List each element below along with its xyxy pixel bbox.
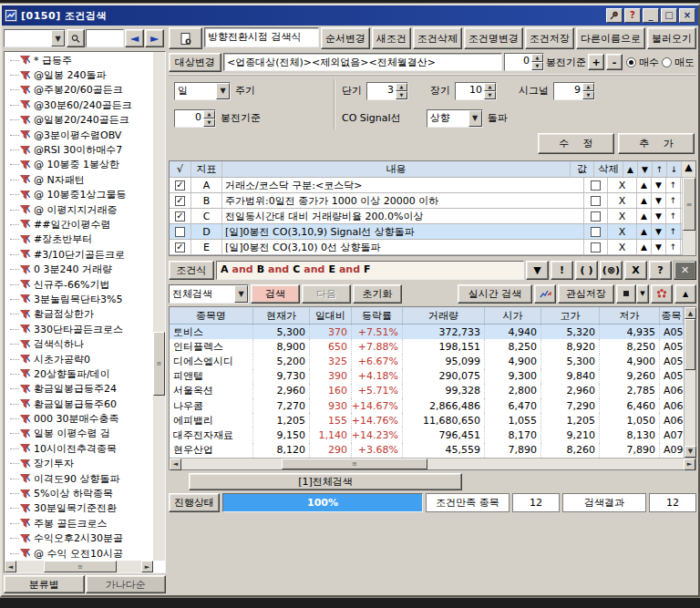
save-as-button[interactable]: 다른이름으로 — [576, 27, 645, 49]
scroll-right-icon[interactable]: ► — [141, 561, 153, 572]
period-combo[interactable]: 일▼ — [174, 82, 231, 100]
sort-down-icon[interactable]: ▼ — [652, 209, 666, 223]
chevron-down-icon[interactable]: ▼ — [468, 110, 482, 127]
load-button[interactable]: 불러오기 — [647, 27, 696, 49]
back-arrow-button[interactable]: ◄ — [125, 29, 144, 47]
condition-row[interactable]: ✓B주가범위:0일전 종가가 1000 이상 20000 이하X▲▼↑↓ — [170, 193, 695, 209]
delete-x-button[interactable]: X — [608, 240, 637, 254]
direction-combo[interactable]: 상향▼ — [427, 109, 483, 128]
tree-item[interactable]: @ N자패턴 — [5, 172, 153, 187]
move-up-icon[interactable]: ↑ — [666, 193, 681, 208]
tree-item[interactable]: #3/10단기골든크로 — [5, 247, 153, 262]
tree-item[interactable]: 시초가공략0 — [5, 352, 153, 366]
sidebar-combo[interactable]: ▼ — [4, 29, 66, 47]
cell-check[interactable]: ✓ — [170, 240, 191, 254]
bar-basis-spinner[interactable]: 0 ▲▼ — [504, 53, 544, 71]
chevron-down-icon[interactable]: ▼ — [216, 83, 230, 99]
results-header[interactable]: 종목 — [660, 307, 684, 324]
minus-button[interactable]: - — [606, 54, 623, 70]
results-header[interactable]: 일대비 — [310, 307, 352, 324]
delete-condition-button[interactable]: 조건삭제 — [413, 27, 462, 49]
view-split-button[interactable]: ▼ — [616, 284, 649, 304]
sort-down-icon[interactable]: ▼ — [652, 193, 666, 208]
scroll-down-icon[interactable]: ▼ — [685, 446, 696, 458]
tree-item[interactable]: * 급등주 — [5, 53, 153, 67]
favorite-save-button[interactable]: 관심저장 — [558, 284, 614, 304]
results-vertical-scrollbar[interactable]: ▲ ▼ — [684, 307, 695, 458]
tree-item[interactable]: 수익오후2시30분골 — [5, 531, 153, 546]
result-row[interactable]: 토비스5,300370+7.51%372,7334,9405,3204,935A… — [170, 325, 684, 339]
result-row[interactable]: 대주전자재료9,1501,140+14.23%796,4518,1709,210… — [170, 428, 684, 442]
tree-item[interactable]: 황금일봉급등주60 — [5, 397, 153, 411]
value-checkbox[interactable] — [591, 227, 601, 237]
result-row[interactable]: 현우산업8,120290+3.68%45,5597,8908,2607,890A… — [170, 443, 684, 458]
pin-button[interactable] — [606, 8, 623, 23]
tree-item[interactable]: 황금일봉급등주24 — [5, 382, 153, 397]
result-row[interactable]: 나우콤7,270930+14.67%2,866,4866,4707,2906,4… — [170, 398, 684, 413]
sell-radio[interactable] — [662, 57, 672, 67]
tree-item[interactable]: @ 10봉중 1봉상한 — [5, 158, 153, 172]
condition-checkbox[interactable]: ✓ — [175, 180, 185, 191]
reorder-button[interactable]: 순서변경 — [321, 27, 370, 49]
condition-row[interactable]: ✓A거래소/코스닥 구분:<코스닥>X▲▼↑↓ — [170, 178, 695, 193]
spin-down-icon[interactable]: ▼ — [203, 119, 215, 127]
cell-value[interactable] — [584, 178, 608, 192]
formula-delete-button[interactable]: X — [624, 261, 647, 280]
delete-x-button[interactable]: X — [608, 193, 637, 208]
sidebar-search-input[interactable] — [86, 29, 124, 47]
results-header[interactable]: 시가 — [485, 307, 541, 324]
add-button[interactable]: 추 가 — [618, 133, 695, 154]
search-icon-button[interactable] — [67, 29, 85, 47]
bar-offset-spinner[interactable]: 0 ▲▼ — [174, 109, 216, 128]
scroll-up-icon[interactable]: ▲ — [685, 307, 696, 319]
value-checkbox[interactable] — [591, 211, 601, 222]
tree-item[interactable]: 10시이전추격종목 — [5, 441, 153, 456]
plus-button[interactable]: + — [588, 54, 604, 70]
tree-item[interactable]: @일봉 240돌파 — [5, 67, 153, 82]
signal-spinner[interactable]: 9▲▼ — [553, 82, 595, 100]
value-checkbox[interactable] — [591, 196, 601, 206]
cell-check[interactable] — [170, 224, 191, 239]
forward-arrow-button[interactable]: ► — [145, 29, 164, 47]
cell-check[interactable]: ✓ — [170, 193, 191, 208]
result-row[interactable]: 디에스엘시디5,200325+6.67%95,0994,9005,3004,90… — [170, 354, 684, 368]
buy-radio[interactable] — [626, 57, 636, 67]
results-horizontal-scrollbar[interactable]: ◄ ≡ ► — [170, 458, 695, 469]
formula-clear-button[interactable]: ✕ — [674, 261, 696, 280]
tree-item[interactable]: @3분이평수렴OBV — [5, 128, 153, 142]
tree-item[interactable]: 000 30분매수충족 — [5, 411, 153, 426]
tree-item[interactable]: 30분일목기준전환 — [5, 501, 153, 516]
condition-row[interactable]: ✓E[일]0봉전 CO(3,10) 0선 상향돌파X▲▼↑↓ — [170, 240, 695, 255]
reset-button[interactable]: 초기화 — [353, 284, 402, 304]
tree-item[interactable]: 20상향돌파/데이 — [5, 366, 153, 381]
new-condition-button[interactable]: 새조건 — [372, 27, 411, 49]
sort-down-icon[interactable]: ▼ — [652, 178, 666, 192]
tree-item[interactable]: 일봉 이평수렴 검 — [5, 427, 153, 441]
formula-paren-button[interactable]: ( ) — [575, 261, 598, 280]
tree-item[interactable]: @RSI 30이하매수7 — [5, 142, 153, 157]
tree-item[interactable]: @ 이평지지거래증 — [5, 202, 153, 217]
spin-down-icon[interactable]: ▼ — [531, 62, 543, 70]
formula-not-button[interactable]: ! — [551, 261, 573, 280]
sort-up-icon[interactable]: ▲ — [637, 240, 652, 254]
condition-row[interactable]: ✓C전일동시간대 대비 거래량비율 200.0%이상X▲▼↑↓ — [170, 209, 695, 224]
condition-doc-button[interactable] — [169, 27, 202, 49]
formula-help-button[interactable]: ? — [649, 261, 672, 280]
move-up-icon[interactable]: ↑ — [666, 240, 681, 254]
condition-checkbox[interactable]: ✓ — [175, 196, 185, 206]
sort-down-icon[interactable]: ▼ — [652, 240, 666, 254]
modify-button[interactable]: 수 정 — [538, 133, 614, 154]
realtime-search-button[interactable]: 실시간 검색 — [458, 284, 532, 304]
help-button[interactable]: ? — [624, 8, 641, 23]
results-header[interactable]: 저가 — [600, 307, 660, 324]
tree-item[interactable]: 황금점상한가 — [5, 307, 153, 322]
scroll-right-icon[interactable]: ► — [684, 459, 695, 470]
target-scope-field[interactable]: <업종대상(전체)><제외없음><전체월결산> — [223, 53, 502, 71]
tree-item[interactable]: 검색식하나 — [5, 336, 153, 351]
cell-value[interactable] — [584, 193, 608, 208]
spin-up-icon[interactable]: ▲ — [531, 54, 543, 62]
sort-up-icon[interactable]: ▲ — [637, 209, 652, 223]
tree-item[interactable]: @주봉20/60골든크 — [5, 83, 153, 98]
value-checkbox[interactable] — [591, 242, 601, 252]
tree-item[interactable]: 0 3분240 거래량 — [5, 262, 153, 276]
